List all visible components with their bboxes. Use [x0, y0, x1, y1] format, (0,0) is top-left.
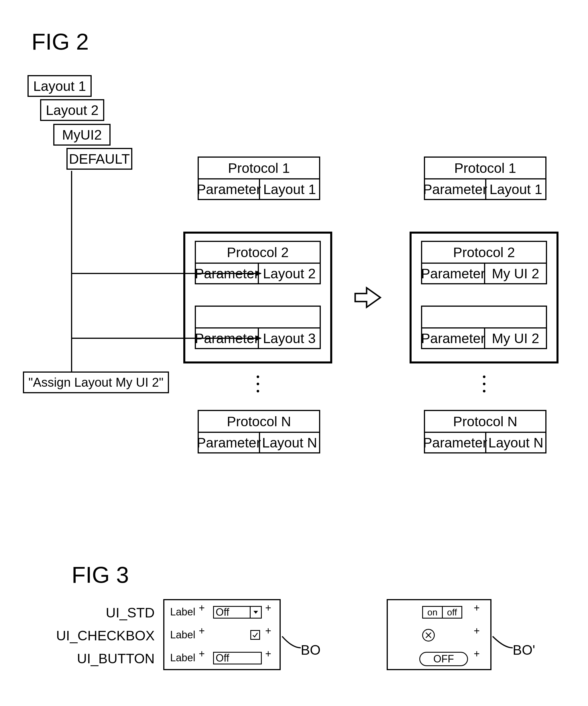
- button-value: Off: [216, 652, 229, 664]
- layout-box-1: Layout 1: [28, 75, 92, 97]
- bo-callout-left: BO: [301, 642, 321, 658]
- protocol-2-left-r2-layout: Layout 3: [258, 328, 321, 349]
- ui-button-label: UI_BUTTON: [51, 651, 155, 666]
- page: FIG 2 Layout 1 Layout 2 MyUI2 DEFAULT "A…: [0, 0, 588, 706]
- checkbox[interactable]: [250, 630, 260, 640]
- protocol-2-left-r1-param: Parameter: [195, 264, 258, 284]
- vdots-left: [257, 376, 259, 392]
- dropdown-value: Off: [216, 606, 229, 618]
- protocol-2-right-r2-layout: My UI 2: [484, 328, 547, 349]
- off-pill-label: OFF: [433, 653, 454, 665]
- layout-box-3: MyUI2: [53, 124, 111, 146]
- protocol-2-right-r1-layout: My UI 2: [484, 264, 547, 284]
- svg-marker-5: [253, 611, 258, 614]
- protocol-2-left-r2-param: Parameter: [195, 328, 258, 349]
- protocol-2-left-blank-title: [195, 306, 321, 328]
- plus-icon: +: [265, 648, 271, 660]
- protocol-1-left-layout: Layout 1: [259, 180, 320, 200]
- ui-checkbox-label: UI_CHECKBOX: [51, 628, 155, 643]
- protocol-2-left-title: Protocol 2: [195, 241, 321, 264]
- on-off-toggle[interactable]: on off: [422, 606, 462, 619]
- fig3-left-row2-label: Label: [170, 629, 195, 641]
- protocol-2-right-group1: Protocol 2 Parameter My UI 2: [421, 241, 547, 284]
- figure-3-title: FIG 3: [72, 562, 129, 588]
- fig3-left-panel: Label + Off + Label + + Label + Off +: [163, 599, 281, 670]
- x-icon: [425, 632, 432, 639]
- dropdown[interactable]: Off: [213, 606, 262, 619]
- protocol-1-right-param: Parameter: [424, 180, 485, 200]
- plus-icon: +: [474, 648, 480, 660]
- protocol-N-left: Protocol N Parameter Layout N: [198, 410, 320, 454]
- figure-2-title: FIG 2: [32, 29, 89, 55]
- protocol-2-right-r1-param: Parameter: [421, 264, 484, 284]
- protocol-2-left-r1-layout: Layout 2: [258, 264, 321, 284]
- plus-icon: +: [474, 602, 480, 614]
- protocol-1-right: Protocol 1 Parameter Layout 1: [424, 157, 546, 200]
- protocol-N-left-title: Protocol N: [198, 410, 320, 433]
- fig3-left-row1-label: Label: [170, 606, 195, 618]
- protocol-1-left-param: Parameter: [198, 180, 259, 200]
- plus-icon: +: [265, 602, 271, 614]
- protocol-2-right-blank-title: [421, 306, 547, 328]
- protocol-N-right-title: Protocol N: [424, 410, 546, 433]
- plus-icon: +: [199, 625, 205, 637]
- assign-layout-label: "Assign Layout My UI 2": [23, 371, 169, 393]
- protocol-1-right-layout: Layout 1: [485, 180, 546, 200]
- layout-box-4: DEFAULT: [67, 148, 132, 170]
- vdots-right: [483, 376, 486, 392]
- protocol-2-right-title: Protocol 2: [421, 241, 547, 264]
- protocol-N-left-layout: Layout N: [259, 433, 320, 454]
- check-icon: [252, 632, 258, 638]
- protocol-1-left: Protocol 1 Parameter Layout 1: [198, 157, 320, 200]
- layout-box-2: Layout 2: [40, 99, 104, 121]
- protocol-2-right-group2: Parameter My UI 2: [421, 306, 547, 349]
- toggle-off: off: [442, 606, 463, 619]
- protocol-N-right: Protocol N Parameter Layout N: [424, 410, 546, 454]
- protocol-2-left-group1: Protocol 2 Parameter Layout 2: [195, 241, 321, 284]
- ui-std-label: UI_STD: [51, 605, 155, 621]
- plus-icon: +: [199, 602, 205, 614]
- fig3-left-row3-label: Label: [170, 652, 195, 664]
- protocol-N-right-layout: Layout N: [485, 433, 546, 454]
- protocol-2-left-group2: Parameter Layout 3: [195, 306, 321, 349]
- bo-callout-right: BO': [513, 642, 535, 658]
- fig3-right-panel: on off + + OFF +: [387, 599, 492, 670]
- plus-icon: +: [265, 625, 271, 637]
- toggle-on: on: [422, 606, 442, 619]
- radio-marked[interactable]: [422, 629, 435, 641]
- protocol-1-left-title: Protocol 1: [198, 157, 320, 180]
- protocol-N-left-param: Parameter: [198, 433, 259, 454]
- protocol-N-right-param: Parameter: [424, 433, 485, 454]
- button-box[interactable]: Off: [213, 652, 262, 664]
- plus-icon: +: [474, 625, 480, 637]
- protocol-1-right-title: Protocol 1: [424, 157, 546, 180]
- protocol-2-right-r2-param: Parameter: [421, 328, 484, 349]
- dropdown-arrow-icon: [250, 607, 261, 618]
- off-pill-button[interactable]: OFF: [419, 652, 468, 666]
- plus-icon: +: [199, 648, 205, 660]
